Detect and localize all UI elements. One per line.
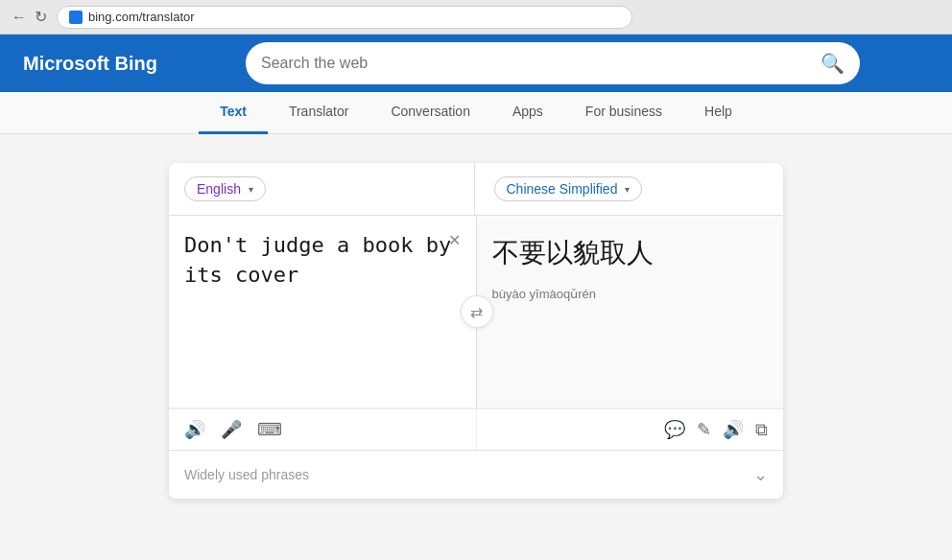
source-lang-dropdown[interactable]: English ▾	[184, 176, 266, 201]
panels-row: ✕ ⇄ 不要以貌取人 bùyào yīmàoqǔrén	[169, 216, 783, 408]
target-lang-selector: Chinese Simplified ▾	[475, 163, 784, 215]
toolbar-right: 💬 ✎ 🔊 ⧉	[477, 408, 784, 450]
address-bar[interactable]: bing.com/translator	[57, 6, 632, 29]
nav-tabs: Text Translator Conversation Apps For bu…	[0, 92, 952, 134]
url-text: bing.com/translator	[88, 10, 195, 24]
source-panel: ✕ ⇄	[169, 216, 477, 408]
tab-help[interactable]: Help	[683, 92, 753, 134]
chat-icon[interactable]: 💬	[664, 419, 685, 440]
keyboard-icon[interactable]: ⌨	[257, 419, 282, 440]
reload-icon[interactable]: ↻	[35, 8, 47, 26]
transliteration: bùyào yīmàoqǔrén	[492, 287, 769, 301]
main-content: English ▾ Chinese Simplified ▾ ✕ ⇄ 不要以貌取…	[0, 134, 952, 527]
source-lang-selector: English ▾	[169, 163, 475, 215]
target-lang-chevron: ▾	[625, 184, 630, 195]
clear-button[interactable]: ✕	[448, 231, 461, 249]
source-lang-label: English	[197, 181, 241, 197]
mic-icon[interactable]: 🎤	[221, 419, 242, 440]
search-bar: 🔍	[246, 42, 860, 84]
bing-header: Microsoft Bing 🔍	[0, 35, 952, 92]
target-panel: 不要以貌取人 bùyào yīmàoqǔrén	[477, 216, 784, 408]
translated-text: 不要以貌取人	[492, 235, 769, 271]
toolbar-left: 🔊 🎤 ⌨	[169, 408, 477, 450]
tab-for-business[interactable]: For business	[564, 92, 683, 134]
tab-apps[interactable]: Apps	[491, 92, 564, 134]
bing-logo: Microsoft Bing	[23, 53, 157, 75]
site-icon	[69, 11, 83, 24]
search-input[interactable]	[261, 55, 813, 72]
browser-nav-icons: ← ↻	[12, 8, 47, 26]
edit-icon[interactable]: ✎	[697, 419, 711, 440]
lang-row: English ▾ Chinese Simplified ▾	[169, 163, 783, 216]
speaker-right-icon[interactable]: 🔊	[723, 419, 744, 440]
tab-translator[interactable]: Translator	[268, 92, 370, 134]
source-text-input[interactable]	[184, 231, 461, 349]
source-lang-chevron: ▾	[249, 184, 253, 195]
tab-text[interactable]: Text	[199, 92, 268, 134]
toolbars-row: 🔊 🎤 ⌨ 💬 ✎ 🔊 ⧉	[169, 408, 783, 450]
translator-box: English ▾ Chinese Simplified ▾ ✕ ⇄ 不要以貌取…	[169, 163, 783, 499]
target-lang-label: Chinese Simplified	[507, 181, 618, 197]
search-bar-container: 🔍	[246, 42, 860, 84]
target-lang-dropdown[interactable]: Chinese Simplified ▾	[494, 176, 643, 201]
search-icon[interactable]: 🔍	[821, 52, 845, 75]
widely-used-label: Widely used phrases	[184, 467, 309, 482]
widely-used-row[interactable]: Widely used phrases ⌄	[169, 450, 783, 499]
browser-bar: ← ↻ bing.com/translator	[0, 0, 952, 35]
swap-button[interactable]: ⇄	[461, 295, 493, 328]
back-icon[interactable]: ←	[12, 9, 27, 26]
widely-used-chevron: ⌄	[753, 464, 768, 485]
tab-conversation[interactable]: Conversation	[369, 92, 491, 134]
speaker-left-icon[interactable]: 🔊	[184, 419, 205, 440]
copy-icon[interactable]: ⧉	[755, 420, 768, 440]
